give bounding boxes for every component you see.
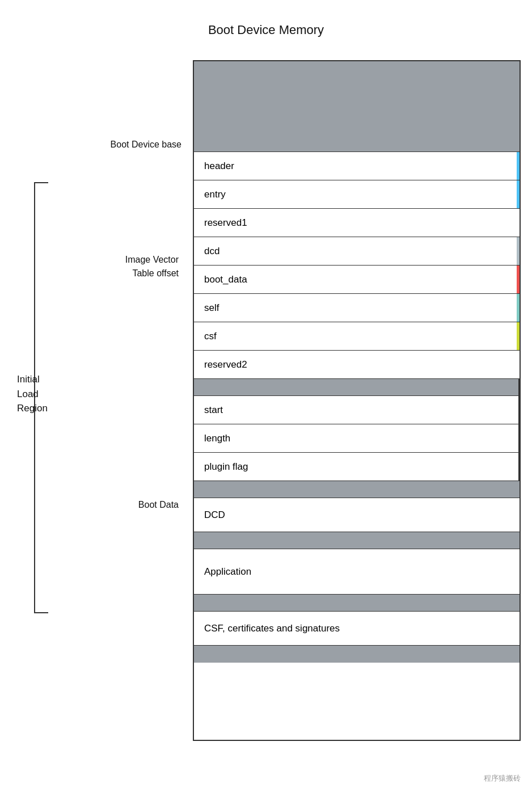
page-title: Boot Device Memory [0,0,532,54]
gray-sep-3 [194,532,520,549]
initial-load-region-label: Initial Load Region [17,372,71,416]
dcd-main-block: DCD [194,498,520,532]
boot-data-label: Boot Data [96,500,184,510]
dcd-field-block: dcd [194,237,520,266]
boot-device-base-label: Boot Device base [96,140,187,150]
ivt-offset-label: Image VectorTable offset [96,253,184,280]
plugin-flag-block: plugin flag [194,453,520,481]
gray-bottom-block [194,646,520,663]
start-block: start [194,396,520,424]
csf-field-block: csf [194,322,520,351]
reserved2-block: reserved2 [194,351,520,379]
gray-sep-2 [194,481,520,498]
entry-block: entry [194,180,520,209]
gray-top-block [194,61,520,152]
reserved1-block: reserved1 [194,209,520,237]
gray-sep-4 [194,595,520,612]
memory-column: header entry reserved1 dcd boot_data sel… [193,60,521,741]
csf-main-block: CSF, certificates and signatures [194,612,520,646]
gray-sep-1 [194,379,520,396]
application-block: Application [194,549,520,595]
boot-data-field-block: boot_data [194,266,520,294]
self-block: self [194,294,520,322]
length-block: length [194,424,520,453]
header-block: header [194,152,520,180]
watermark: 程序猿搬砖 [484,773,521,783]
